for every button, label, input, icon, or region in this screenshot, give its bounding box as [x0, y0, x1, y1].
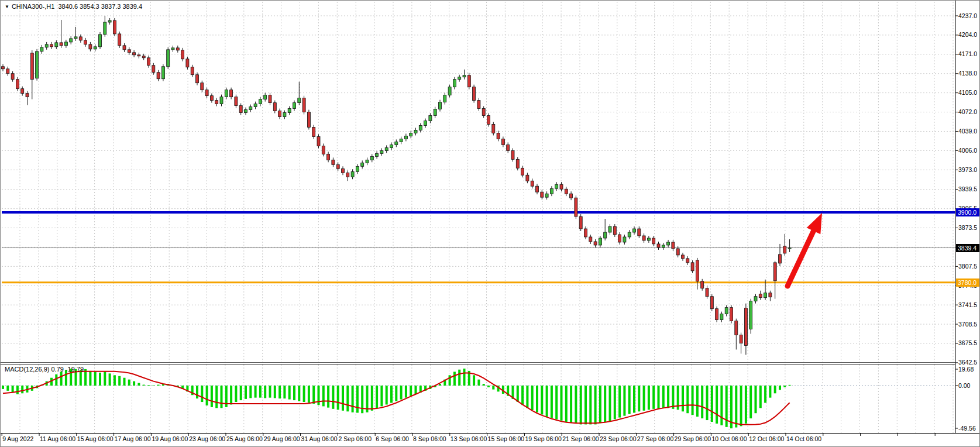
candle-body [633, 229, 636, 232]
candle-body [492, 125, 495, 133]
macd-histogram-bar [308, 386, 310, 403]
candle-body [215, 101, 218, 104]
macd-histogram-bar [322, 386, 325, 406]
macd-histogram-bar [541, 386, 543, 414]
macd-histogram-bar [584, 386, 587, 424]
candle-body [764, 293, 767, 298]
candle-body [302, 98, 305, 112]
candle-body [332, 160, 335, 164]
macd-histogram-bar [386, 386, 388, 404]
candle-body [735, 321, 738, 335]
macd-histogram-bar [483, 384, 485, 386]
candle-body [147, 58, 150, 66]
chevron-down-icon[interactable]: ▼ [5, 4, 9, 9]
macd-histogram-bar [240, 386, 242, 400]
candle-body [725, 308, 728, 314]
candle-body [579, 216, 582, 229]
time-axis-label: 13 Sep 06:00 [451, 435, 487, 442]
time-axis-label: 15 Sep 06:00 [488, 435, 525, 442]
candle-body [467, 75, 470, 87]
candle-body [560, 184, 563, 189]
candle-body [642, 236, 645, 240]
price-axis-label: 4039.0 [958, 128, 977, 135]
candle-body [686, 259, 689, 263]
candle-body [118, 34, 121, 46]
macd-histogram-bar [477, 380, 480, 386]
candle-body [380, 150, 383, 153]
macd-histogram-bar [221, 386, 223, 408]
macd-histogram-bar [147, 385, 150, 386]
macd-histogram-bar [288, 386, 291, 400]
macd-histogram-bar [652, 386, 655, 409]
candle-body [186, 59, 189, 67]
macd-histogram-bar [255, 386, 257, 398]
macd-axis-label: -49.56 [958, 425, 976, 432]
macd-histogram-bar [517, 386, 519, 402]
candle-body [779, 255, 782, 263]
macd-histogram-bar [114, 375, 116, 386]
macd-histogram-bar [720, 386, 723, 425]
macd-histogram-bar [769, 386, 771, 398]
macd-histogram-bar [594, 386, 597, 424]
price-axis-label: 3939.5 [958, 185, 977, 192]
candle-body [419, 125, 422, 130]
macd-histogram-bar [701, 386, 703, 418]
macd-histogram-bar [449, 375, 451, 386]
candle-body [346, 173, 349, 177]
candle-body [487, 116, 490, 125]
candle-body [744, 308, 747, 346]
chart-canvas[interactable]: 4237.04204.04171.04138.04105.04072.04039… [1, 1, 980, 447]
macd-histogram-bar [439, 384, 441, 386]
candle-body [390, 145, 393, 147]
candle-body [361, 163, 364, 166]
macd-histogram-bar [633, 386, 635, 412]
candle-body [531, 181, 534, 186]
macd-histogram-bar [201, 386, 203, 402]
time-axis-label: 25 Aug 06:00 [226, 435, 263, 442]
macd-histogram-bar [312, 386, 315, 404]
macd-histogram-bar [526, 386, 528, 408]
candle-body [783, 246, 786, 253]
macd-histogram-bar [628, 386, 631, 414]
macd-histogram-bar [662, 386, 665, 408]
macd-histogram-bar [89, 371, 91, 386]
candle-body [108, 20, 111, 22]
macd-histogram-bar [536, 386, 538, 412]
candle-body [501, 139, 504, 145]
candle-body [11, 74, 14, 80]
candle-body [584, 229, 587, 237]
macd-histogram-bar [531, 386, 534, 410]
candle-body [647, 238, 650, 240]
macd-histogram-bar [21, 386, 23, 393]
candle-body [691, 263, 694, 271]
candle-body [662, 245, 665, 247]
price-axis-label: 4204.0 [958, 31, 977, 38]
macd-histogram-bar [352, 386, 354, 412]
candle-body [201, 83, 204, 90]
candle-body [521, 168, 524, 175]
up-arrow-shaft[interactable] [788, 231, 814, 286]
candle-body [210, 96, 213, 101]
price-axis-label: 3873.5 [958, 224, 977, 231]
macd-histogram-bar [599, 386, 601, 423]
macd-histogram-bar [759, 386, 762, 408]
candle-body [667, 242, 670, 245]
macd-histogram-bar [206, 386, 208, 405]
candle-body [628, 232, 631, 237]
price-axis-label: 3675.5 [958, 339, 977, 346]
candle-body [710, 297, 713, 309]
candle-body [312, 127, 315, 136]
candle-body [507, 145, 510, 150]
candle-body [759, 294, 762, 298]
candle-body [249, 107, 252, 110]
up-arrow-head[interactable] [807, 213, 822, 234]
macd-histogram-bar [682, 386, 684, 411]
candle-body [385, 147, 388, 150]
price-axis-label: 3807.5 [958, 263, 977, 270]
macd-histogram-bar [6, 386, 9, 391]
price-axis-label: 4105.0 [958, 89, 977, 96]
candle-body [152, 66, 155, 73]
macd-histogram-bar [555, 386, 558, 420]
candle-body [429, 116, 432, 121]
macd-histogram-bar [303, 386, 305, 402]
